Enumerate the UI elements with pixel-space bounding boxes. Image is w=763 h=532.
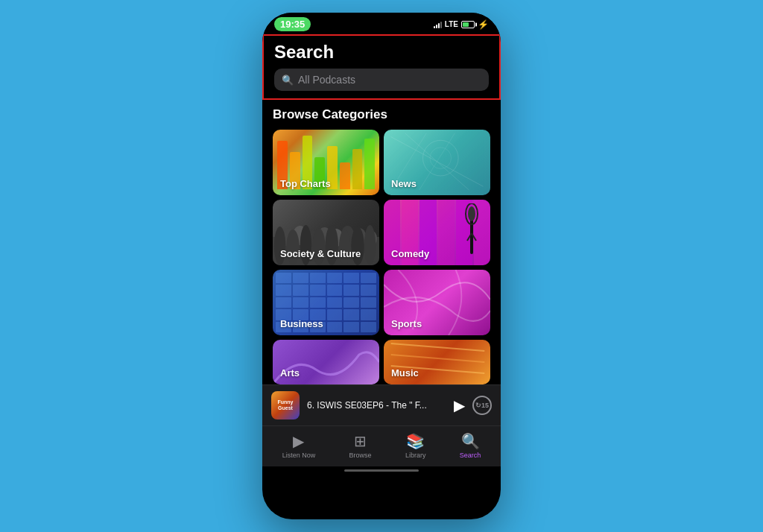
browse-section: Browse Categories Top Charts [262, 100, 501, 384]
category-top-charts[interactable]: Top Charts [273, 130, 379, 195]
phone-frame: 19:35 LTE ⚡ Search 🔍 All Podcasts [262, 13, 501, 519]
business-label: Business [280, 318, 323, 329]
arts-label: Arts [280, 367, 300, 379]
svg-point-22 [364, 225, 376, 265]
search-tab-icon: 🔍 [461, 432, 480, 450]
category-society-culture[interactable]: Society & Culture [273, 200, 379, 265]
svg-line-3 [420, 133, 455, 190]
svg-line-28 [391, 343, 485, 351]
tab-listen-now[interactable]: ▶ Listen Now [282, 432, 316, 459]
browse-title: Browse Categories [273, 107, 490, 122]
episode-title: 6. ISWIS SE03EP6 - The " F... [307, 400, 446, 411]
svg-point-4 [422, 140, 458, 176]
search-tab-label: Search [460, 452, 481, 459]
browse-icon: ⊞ [354, 432, 367, 450]
svg-point-25 [468, 206, 475, 221]
category-music[interactable]: Music [384, 340, 490, 384]
skip-icon: ↻15 [475, 402, 489, 409]
tab-browse[interactable]: ⊞ Browse [349, 432, 372, 459]
top-charts-label: Top Charts [280, 178, 331, 189]
battery-icon [461, 21, 475, 28]
category-news[interactable]: News [384, 130, 490, 195]
player-controls: ▶ ↻15 [454, 396, 492, 415]
lte-icon: LTE [445, 20, 458, 28]
listen-now-label: Listen Now [282, 452, 316, 459]
signal-bars-icon [434, 21, 442, 28]
listen-now-icon: ▶ [293, 432, 304, 450]
charging-icon: ⚡ [478, 19, 489, 30]
news-label: News [391, 178, 417, 189]
sports-label: Sports [391, 318, 422, 329]
status-time: 19:35 [274, 17, 311, 31]
home-indicator [262, 466, 501, 476]
svg-point-21 [351, 227, 364, 265]
tab-bar: ▶ Listen Now ⊞ Browse 📚 Library 🔍 Search [262, 425, 501, 466]
skip-forward-button[interactable]: ↻15 [472, 396, 492, 415]
categories-grid: Top Charts News [273, 130, 490, 384]
svg-point-18 [312, 228, 325, 265]
society-culture-label: Society & Culture [280, 248, 361, 259]
category-comedy[interactable]: Comedy [384, 200, 490, 265]
tab-search[interactable]: 🔍 Search [460, 432, 481, 459]
category-business[interactable]: Business [273, 270, 379, 335]
svg-line-29 [391, 355, 485, 362]
search-section: Search 🔍 All Podcasts [262, 34, 501, 100]
library-icon: 📚 [406, 432, 425, 450]
category-sports[interactable]: Sports [384, 270, 490, 335]
music-label: Music [391, 367, 419, 379]
browse-label: Browse [349, 452, 372, 459]
play-button[interactable]: ▶ [454, 396, 465, 414]
status-bar: 19:35 LTE ⚡ [262, 13, 501, 34]
search-placeholder: All Podcasts [298, 74, 355, 86]
tab-library[interactable]: 📚 Library [405, 432, 426, 459]
mic-decoration [464, 203, 479, 256]
search-bar[interactable]: 🔍 All Podcasts [274, 69, 489, 91]
home-bar [344, 469, 419, 472]
podcast-thumbnail: FunnyGuest [271, 391, 300, 419]
svg-point-20 [339, 229, 350, 265]
status-icons: LTE ⚡ [434, 19, 489, 30]
svg-point-16 [286, 229, 299, 265]
library-label: Library [405, 452, 426, 459]
svg-point-15 [274, 227, 285, 265]
search-title: Search [274, 42, 489, 63]
mini-player[interactable]: FunnyGuest 6. ISWIS SE03EP6 - The " F...… [262, 384, 501, 425]
search-icon: 🔍 [282, 75, 294, 86]
comedy-label: Comedy [391, 248, 429, 259]
category-arts[interactable]: Arts [273, 340, 379, 384]
